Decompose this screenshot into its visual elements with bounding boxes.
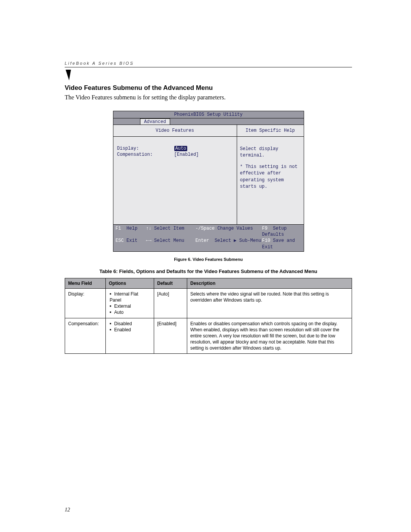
bios-window: PhoenixBIOS Setup Utility Advanced Video…: [113, 111, 304, 252]
bios-key-f9: F9: [262, 226, 268, 231]
list-item: External: [110, 303, 151, 309]
cell-menu-field: Display:: [65, 288, 106, 318]
list-item: Enabled: [110, 327, 151, 333]
table-row: Compensation: Disabled Enabled [Enabled]…: [65, 318, 352, 354]
section-intro: The Video Features submenu is for settin…: [65, 94, 352, 101]
cell-description: Selects where the video signal will be r…: [187, 288, 352, 318]
bios-screenshot: PhoenixBIOS Setup Utility Advanced Video…: [65, 111, 352, 252]
bios-key-space-label: Change Values: [217, 226, 253, 231]
bios-item-value[interactable]: Auto: [174, 146, 188, 151]
bios-item-compensation[interactable]: Compensation: [Enabled]: [117, 152, 233, 157]
bios-tab-advanced[interactable]: Advanced: [140, 118, 170, 125]
bios-key-leftright: ←→: [146, 238, 151, 243]
section-tab-marker: [64, 70, 71, 80]
bios-key-esc: ESC: [116, 238, 124, 243]
cell-default: [Enabled]: [154, 318, 187, 354]
bios-left-heading: Video Features: [113, 125, 237, 137]
bios-key-f1: F1: [116, 226, 121, 231]
bios-help-note: * This setting is not effective after op…: [240, 164, 301, 190]
table-header-row: Menu Field Options Default Description: [65, 278, 352, 288]
bios-item-label: Display:: [117, 146, 174, 151]
th-options: Options: [106, 278, 154, 288]
bios-help-heading: Item Specific Help: [237, 125, 304, 137]
table-row: Display: Internal Flat Panel External Au…: [65, 288, 352, 318]
list-item: Internal Flat Panel: [110, 291, 151, 303]
cell-default: [Auto]: [154, 288, 187, 318]
bios-item-value[interactable]: [Enabled]: [174, 152, 199, 157]
bios-title: PhoenixBIOS Setup Utility: [113, 111, 304, 118]
bios-key-f10: F10: [262, 238, 271, 243]
cell-options: Internal Flat Panel External Auto: [106, 288, 154, 318]
bios-footer: F1 Help ↑↓ Select Item -/Space Change Va…: [113, 224, 304, 251]
th-menu-field: Menu Field: [65, 278, 106, 288]
bios-item-display[interactable]: Display: Auto: [117, 146, 233, 151]
bios-key-esc-label: Exit: [126, 238, 137, 243]
bios-tab-bar: Advanced: [113, 118, 304, 125]
bios-item-label: Compensation:: [117, 152, 174, 157]
list-item: Disabled: [110, 321, 151, 327]
page-number: 12: [65, 507, 70, 513]
section-heading: Video Features Submenu of the Advanced M…: [65, 84, 352, 92]
list-item: Auto: [110, 309, 151, 315]
bios-key-leftright-label: Select Menu: [154, 238, 184, 243]
bios-key-updown-label: Select Item: [154, 226, 184, 231]
bios-key-updown: ↑↓: [146, 226, 151, 231]
cell-description: Enables or disables compensation which c…: [187, 318, 352, 354]
cell-menu-field: Compensation:: [65, 318, 106, 354]
th-default: Default: [154, 278, 187, 288]
bios-key-space: -/Space: [196, 226, 215, 231]
running-head: LifeBook A Series BIOS: [65, 61, 352, 66]
bios-help-pane: Item Specific Help Select display termin…: [237, 125, 304, 224]
bios-key-f1-label: Help: [126, 226, 137, 231]
cell-options: Disabled Enabled: [106, 318, 154, 354]
fields-table: Menu Field Options Default Description D…: [65, 278, 352, 354]
figure-caption: Figure 6. Video Features Submenu: [65, 257, 352, 262]
page: LifeBook A Series BIOS Video Features Su…: [0, 0, 411, 532]
table-caption: Table 6: Fields, Options and Defaults fo…: [65, 268, 352, 274]
bios-left-pane: Video Features Display: Auto Compensatio…: [113, 125, 237, 224]
bios-key-enter-label: Select ▶ Sub-Menu: [215, 238, 261, 243]
bios-help-line: Select display terminal.: [240, 146, 301, 159]
head-rule: [65, 67, 352, 67]
th-description: Description: [187, 278, 352, 288]
bios-key-enter: Enter: [196, 238, 209, 243]
